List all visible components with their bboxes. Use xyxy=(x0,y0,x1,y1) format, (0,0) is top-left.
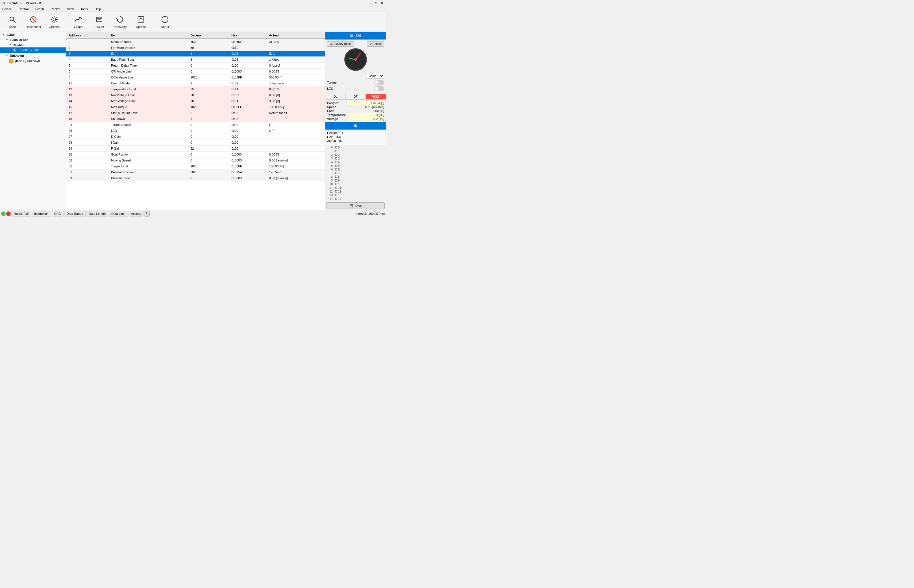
refresh-button[interactable]: ↻ xyxy=(144,211,150,216)
list-item[interactable]: 5ID 5 xyxy=(326,164,385,168)
save-button[interactable]: 💾 Save xyxy=(327,202,385,209)
table-row[interactable]: 17Status Return Level20x02Return for all xyxy=(66,110,325,116)
menu-view[interactable]: View xyxy=(66,7,75,11)
statusbar-crc[interactable]: CRC xyxy=(52,211,63,216)
id001-label: [ID:001] XL-320 xyxy=(19,48,40,52)
sidebar-item-unknown-group[interactable]: ▼ Unknown xyxy=(0,53,66,58)
table-row[interactable]: 30Goal Position00x00000.00 [°] xyxy=(66,152,325,158)
table-row[interactable]: 5Return Delay Time00x000 [μsec] xyxy=(66,63,325,69)
svg-line-3 xyxy=(31,18,35,21)
table-row[interactable]: 0Model Number3500x015EXL-320 xyxy=(66,39,325,45)
statusbar-data-range[interactable]: Data Range xyxy=(64,211,86,216)
crc-label: CRC xyxy=(54,212,61,215)
about-label: About xyxy=(161,25,169,29)
menu-device[interactable]: Device xyxy=(1,7,13,11)
table-row[interactable]: 14Max Voltage Limit900x5A9.00 [V] xyxy=(66,98,325,104)
statusbar-data-length[interactable]: Data Length xyxy=(86,211,108,216)
tab-volt[interactable]: VOLT xyxy=(366,94,386,99)
close-button[interactable]: ✕ xyxy=(381,1,383,5)
table-row[interactable]: 4Baud Rate (Bus)30x031 Mbps xyxy=(66,57,325,63)
list-item[interactable]: 6ID 6 xyxy=(326,168,385,171)
statusbar-access[interactable]: Access xyxy=(128,211,144,216)
graph-button[interactable]: Graph xyxy=(68,13,88,31)
recovery-button[interactable]: Recovery xyxy=(110,13,130,31)
id-list: 0ID 01ID 12ID 23ID 34ID 45ID 56ID 67ID 7… xyxy=(325,145,386,201)
table-row[interactable]: 32Moving Speed00x00000.00 [rev/min] xyxy=(66,158,325,163)
titlebar: ⚙ DYNAMIXEL Wizard 2.0 ─ □ ✕ xyxy=(0,0,386,6)
list-item[interactable]: 11ID 11 xyxy=(326,186,385,190)
window-controls[interactable]: ─ □ ✕ xyxy=(369,1,383,5)
packet-button[interactable]: Packet xyxy=(89,13,109,31)
table-row[interactable]: 28I Gain00x00 xyxy=(66,140,325,145)
data-limit-label: Data Limit xyxy=(111,212,125,215)
list-item[interactable]: 8ID 8 xyxy=(326,175,385,179)
menu-graph[interactable]: Graph xyxy=(34,7,45,11)
list-item[interactable]: 4ID 4 xyxy=(326,160,385,164)
table-row[interactable]: 12Temperature Limit650x4165 [°C] xyxy=(66,86,325,92)
menu-packet[interactable]: Packet xyxy=(50,7,61,11)
options-button[interactable]: Options xyxy=(44,13,65,31)
sidebar-item-id200[interactable]: ② [ID:200] Unknown xyxy=(0,58,66,64)
table-row[interactable]: 8CCW Angle Limit10230x03FF300.00 [°] xyxy=(66,74,325,81)
about-button[interactable]: i About xyxy=(155,13,175,31)
list-item[interactable]: 13ID 13 xyxy=(326,193,385,197)
update-button[interactable]: Update xyxy=(131,13,151,31)
tab-ot[interactable]: OT xyxy=(346,94,366,99)
list-item[interactable]: 15ID 15 xyxy=(326,201,385,201)
sidebar-item-baud[interactable]: ▼ 1000000 bps xyxy=(0,37,66,42)
table-row[interactable]: 35Torque Limit10230x03FF100.00 [%] xyxy=(66,163,325,170)
list-item[interactable]: 12ID 12 xyxy=(326,190,385,193)
com4-label: COM4 xyxy=(6,33,16,36)
id-decimal-val: 1 xyxy=(342,131,343,135)
table-row[interactable]: 25LED00x00OFF xyxy=(66,128,325,134)
table-row[interactable]: 6CW Angle Limit00x00000.00 [°] xyxy=(66,69,325,74)
torque-toggle[interactable] xyxy=(374,80,384,85)
menu-tools[interactable]: Tools xyxy=(79,7,89,11)
sidebar-item-com4[interactable]: ▼ COM4 xyxy=(0,32,66,37)
list-item[interactable]: 1ID 1 xyxy=(326,149,385,153)
list-item[interactable]: 14ID 14 xyxy=(326,197,385,201)
id-hex-row: Hex 0x01 xyxy=(327,135,384,139)
list-item[interactable]: 9ID 9 xyxy=(326,179,385,183)
table-row[interactable]: 13Min Voltage Limit600x3C6.00 [V] xyxy=(66,92,325,98)
save-label: Save xyxy=(354,204,362,207)
disconnect-button[interactable]: Disconnect xyxy=(23,13,44,31)
statusbar-instruction[interactable]: Instruction xyxy=(32,211,51,216)
statusbar-result-fail[interactable]: Result Fail xyxy=(11,211,31,216)
mode-select[interactable]: Joint Wheel xyxy=(367,73,384,79)
minimize-button[interactable]: ─ xyxy=(369,1,372,5)
menu-help[interactable]: Help xyxy=(94,7,102,11)
list-item[interactable]: 10ID 10 xyxy=(326,183,385,186)
table-row[interactable]: 39Present Speed00x00000.00 [rev/min] xyxy=(66,175,325,181)
list-item[interactable]: 3ID 3 xyxy=(326,157,385,160)
expand-icon-xl320: ▼ xyxy=(9,44,11,46)
factory-reset-button[interactable]: 🏭 Factory Reset xyxy=(327,41,354,47)
sidebar-item-xl320-group[interactable]: ▼ XL-320 xyxy=(0,42,66,47)
scan-label: Scan xyxy=(9,25,16,29)
menu-control[interactable]: Control xyxy=(18,7,30,11)
col-decimal: Decimal xyxy=(188,32,229,39)
table-row[interactable]: 37Present Position6020x025A176.54 [°] xyxy=(66,170,325,175)
table-row[interactable]: 18Shutdown30x03 xyxy=(66,116,325,122)
scan-button[interactable]: Scan xyxy=(2,13,23,31)
list-item[interactable]: 7ID 7 xyxy=(326,171,385,175)
list-item[interactable]: 2ID 2 xyxy=(326,153,385,157)
statusbar-data-limit[interactable]: Data Limit xyxy=(109,211,128,216)
table-row[interactable]: 11Control Mode20x02Joint mode xyxy=(66,81,325,86)
led-toggle[interactable] xyxy=(374,86,384,91)
table-row[interactable]: 2Firmware Version300x1E xyxy=(66,45,325,51)
maximize-button[interactable]: □ xyxy=(375,1,377,5)
table-row[interactable]: 27D Gain00x00 xyxy=(66,134,325,140)
table-row[interactable]: 15Max Torque10230x03FF100.00 [%] xyxy=(66,104,325,110)
list-item[interactable]: 0ID 0 xyxy=(326,145,385,149)
table-row[interactable]: 3ID10x01ID 1 xyxy=(66,51,325,57)
reboot-button[interactable]: ↺ Reboot xyxy=(367,41,384,47)
toolbar-separator-1 xyxy=(66,15,66,29)
sidebar-item-id001[interactable]: ② [ID:001] XL-320 xyxy=(0,47,66,53)
table-row[interactable]: 29P Gain320x20 xyxy=(66,145,325,152)
table-row[interactable]: 24Torque Enable00x00OFF xyxy=(66,122,325,128)
col-item: Item xyxy=(109,32,188,39)
tab-ol[interactable]: OL xyxy=(325,94,346,99)
led-row: LED xyxy=(327,86,384,91)
packet-icon xyxy=(95,15,104,24)
